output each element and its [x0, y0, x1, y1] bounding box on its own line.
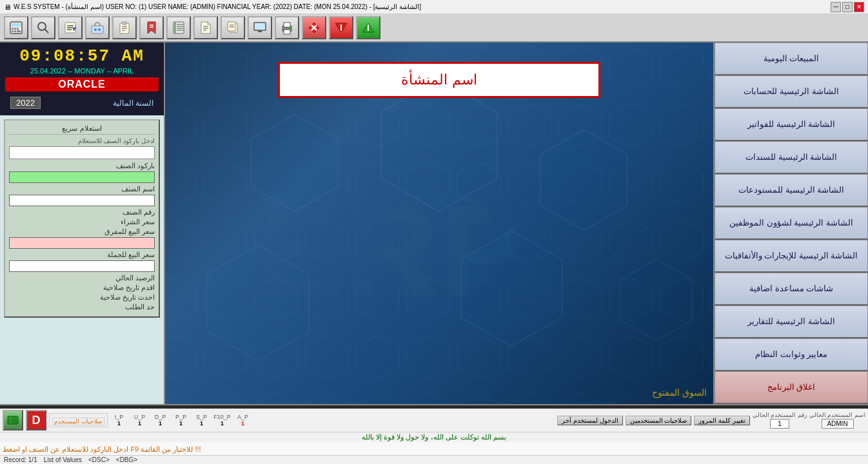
bookmark-button[interactable]: [139, 16, 164, 39]
calculator-button[interactable]: [4, 16, 28, 39]
title-bar-controls[interactable]: ─ □ ✕: [831, 2, 864, 12]
permissions-label: صلاحيات المستخدم: [49, 413, 108, 427]
list-values: List of Values: [44, 456, 82, 463]
maximize-button[interactable]: □: [842, 2, 853, 12]
perm-u-p: U_P 1: [131, 414, 149, 427]
permissions-header-text: صلاحيات المستخدم: [52, 418, 104, 425]
blessing-text: بسم الله توكلت على الله، ولا حول ولا قوة…: [3, 433, 865, 441]
company-name-text: اسم المنشأة: [401, 72, 477, 88]
perm-f10-p-label: F10_P: [213, 414, 231, 420]
green-icon-button[interactable]: [3, 410, 23, 430]
perm-i-p-value: 1: [117, 420, 121, 427]
search-button[interactable]: [31, 16, 55, 39]
dbg-info: <DBG>: [116, 456, 137, 463]
user-name-section: اسم المستخدم الحالي ADMIN: [809, 412, 865, 429]
perm-d-p-value: 1: [159, 420, 162, 427]
change-password-button[interactable]: تغيير كلمة المرور: [694, 416, 750, 425]
blessing-row: بسم الله توكلت على الله، ولا حول ولا قوة…: [0, 432, 868, 442]
clock-area: 09:08:57 AM 25.04.2022 -- MONDAY -- APRI…: [0, 43, 164, 115]
item-name-value: [9, 195, 155, 206]
title-text: W.E.S SYSTEM - (اسم المنشأة) USER NO: (1…: [14, 3, 421, 10]
right-menu-accounts[interactable]: الشاشة الرئيسية للحسابات: [715, 75, 868, 108]
pages-button[interactable]: [221, 16, 245, 39]
main-window: 09:08:57 AM 25.04.2022 -- MONDAY -- APRI…: [0, 14, 868, 464]
svg-rect-42: [284, 30, 290, 34]
perm-a-p: A_P 1: [234, 414, 252, 427]
close-button[interactable]: ✕: [854, 2, 864, 12]
svg-rect-1: [12, 23, 21, 26]
nav-down-button[interactable]: [329, 16, 353, 39]
switch-user-button[interactable]: الدخول لمستخدم آخر: [557, 416, 623, 425]
status-info-row: Record: 1/1 List of Values <DSC> <DBG>: [0, 455, 868, 464]
financial-year-value: 2022: [10, 97, 41, 109]
right-menu-exit[interactable]: اغلاق البرنامج: [715, 371, 868, 404]
item-number-label: رقم الصنف: [9, 208, 155, 217]
query-hint: ادخل باركود الصنف للاستعلام: [9, 137, 155, 144]
nav-up-button[interactable]: [356, 16, 380, 39]
svg-rect-43: [284, 23, 290, 27]
svg-rect-15: [92, 26, 103, 34]
svg-rect-35: [228, 22, 235, 31]
perm-d-p-label: D_P: [155, 414, 166, 420]
financial-year-row: 2022 السنة المالية: [5, 94, 159, 111]
watermark-logo: السوق المفتوح: [652, 387, 707, 398]
content-area: 09:08:57 AM 25.04.2022 -- MONDAY -- APRI…: [0, 43, 868, 404]
right-menu-reports[interactable]: الشاشة الرئيسية للتقارير: [715, 305, 868, 338]
svg-point-44: [290, 28, 291, 30]
svg-point-17: [98, 28, 101, 31]
svg-point-8: [38, 23, 46, 30]
svg-rect-3: [14, 28, 16, 30]
company-name-box: اسم المنشأة: [278, 62, 600, 98]
reorder-level-label: حد الطلب: [9, 303, 155, 311]
left-panel: 09:08:57 AM 25.04.2022 -- MONDAY -- APRI…: [0, 43, 165, 404]
center-panel: ERP اسم المنشأة السوق المفتوح: [165, 43, 713, 404]
hint-row: ادخل الباركود للاستعلام عن الصنف او اضغط…: [0, 442, 868, 455]
barcode-input[interactable]: [9, 146, 155, 159]
retail-price-value: [9, 237, 155, 249]
screen-button[interactable]: [248, 16, 272, 39]
document-button[interactable]: [193, 16, 218, 39]
right-menu-documents[interactable]: الشاشة الرئيسية للسندات: [715, 141, 868, 174]
perm-u-p-value: 1: [138, 420, 141, 427]
svg-rect-5: [12, 30, 14, 32]
right-menu-warehouses[interactable]: الشاشة الرئيسية للمستودعات: [715, 174, 868, 207]
clipboard-button[interactable]: [112, 16, 137, 39]
bottom-hint-text: ادخل الباركود للاستعلام عن الصنف او اضغط…: [3, 445, 201, 453]
ledger-button[interactable]: [166, 16, 191, 39]
perm-f10-p-value: 1: [221, 420, 224, 427]
right-menu-rentals[interactable]: الشاشة الرئيسية للإيجارات والأتفاقيات: [715, 240, 868, 273]
right-menu-invoices[interactable]: الشاشة الرئيسية للفواتير: [715, 108, 868, 141]
bottom-area: D صلاحيات المستخدم I_P 1 U_P 1 D_P 1 P_P…: [0, 404, 868, 464]
user-section: اسم المستخدم الحالي ADMIN رقم المستخدم ا…: [557, 412, 865, 429]
user-id-section: رقم المستخدم الحالي 1: [753, 412, 807, 429]
svg-line-9: [45, 30, 49, 34]
red-d-button[interactable]: D: [26, 410, 46, 430]
right-menu-auxiliary[interactable]: شاشات مساعدة اضافية: [715, 273, 868, 305]
right-menu-employees[interactable]: الشاشة الرئيسية لشؤون الموظفين: [715, 207, 868, 240]
user-permissions-button[interactable]: صلاحيات المستخدمين: [626, 416, 692, 425]
print-button[interactable]: [275, 16, 299, 39]
svg-point-61: [381, 187, 497, 303]
edit-button[interactable]: [58, 16, 83, 39]
perm-p-p-label: P_P: [175, 414, 186, 420]
perm-i-p: I_P 1: [110, 414, 128, 427]
newest-expiry-label: احدث تاريخ صلاحية: [9, 293, 155, 302]
minimize-button[interactable]: ─: [831, 2, 841, 12]
retail-price-label: سعر البيع للمفرق: [9, 227, 155, 236]
clock-time: 09:08:57 AM: [5, 46, 159, 66]
sales-button[interactable]: [85, 16, 110, 39]
quick-query-panel: استعلام سريع ادخل باركود الصنف للاستعلام…: [4, 119, 160, 318]
svg-marker-55: [381, 79, 497, 211]
delete-button[interactable]: [302, 16, 326, 39]
right-menu-daily-sales[interactable]: المبيعات اليومية: [715, 43, 868, 75]
svg-text:ERP: ERP: [259, 178, 526, 324]
user-name-label: اسم المستخدم الحالي: [809, 412, 865, 418]
svg-rect-38: [254, 23, 266, 30]
permissions-row: D صلاحيات المستخدم I_P 1 U_P 1 D_P 1 P_P…: [0, 409, 868, 432]
oldest-expiry-label: اقدم تاريخ صلاحية: [9, 284, 155, 292]
barcode-label: باركود الصنف: [9, 162, 155, 170]
financial-year-label: السنة المالية: [113, 99, 153, 108]
svg-marker-57: [208, 245, 309, 361]
title-bar: 🖥 W.E.S SYSTEM - (اسم المنشأة) USER NO: …: [0, 0, 868, 14]
right-menu-settings[interactable]: معايير وثوابت النظام: [715, 338, 868, 371]
